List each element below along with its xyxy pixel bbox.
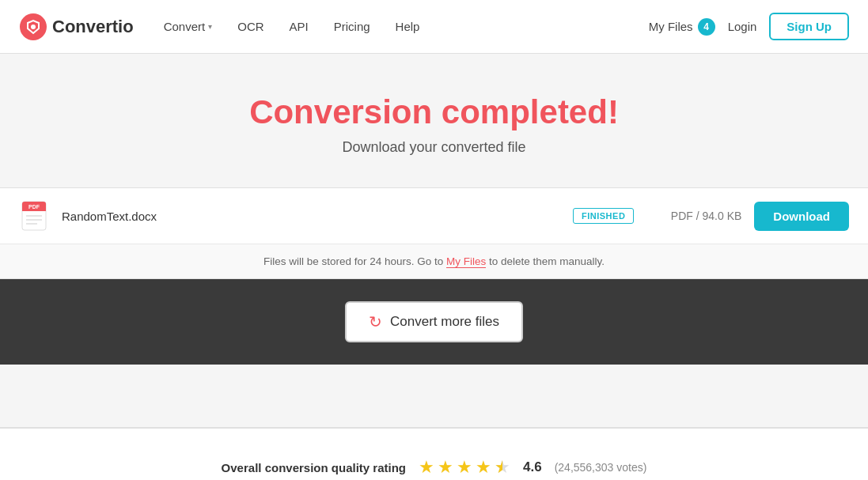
logo-icon — [19, 13, 47, 41]
storage-notice: Files will be stored for 24 hours. Go to… — [0, 244, 868, 278]
star-4: ★ — [476, 457, 491, 478]
nav-api[interactable]: API — [279, 13, 320, 40]
my-files-link[interactable]: My Files 4 — [649, 18, 715, 36]
rating-score: 4.6 — [523, 459, 542, 475]
signup-button[interactable]: Sign Up — [769, 13, 849, 40]
refresh-icon: ↻ — [369, 312, 382, 331]
hero-subtitle: Download your converted file — [16, 139, 852, 156]
nav-ocr[interactable]: OCR — [226, 13, 275, 40]
rating-section: Overall conversion quality rating ★ ★ ★ … — [0, 428, 868, 480]
nav-pricing[interactable]: Pricing — [323, 13, 381, 40]
file-name: RandomText.docx — [62, 210, 560, 223]
file-section: PDF RandomText.docx FINISHED PDF / 94.0 … — [0, 188, 868, 279]
stars: ★ ★ ★ ★ ★ ★ — [419, 457, 510, 478]
rating-votes: (24,556,303 votes) — [555, 461, 647, 474]
nav-right: My Files 4 Login Sign Up — [649, 13, 849, 40]
file-size: PDF / 94.0 KB — [646, 210, 741, 222]
convert-chevron-icon: ▾ — [208, 22, 212, 31]
hero-section: Conversion completed! Download your conv… — [0, 54, 868, 188]
logo-text: Convertio — [52, 17, 134, 37]
file-icon: PDF — [19, 201, 49, 231]
logo-link[interactable]: Convertio — [19, 13, 134, 41]
rating-row: Overall conversion quality rating ★ ★ ★ … — [16, 457, 852, 478]
rating-label: Overall conversion quality rating — [222, 461, 406, 474]
file-row: PDF RandomText.docx FINISHED PDF / 94.0 … — [0, 188, 868, 244]
spacer — [0, 365, 868, 428]
status-badge: FINISHED — [573, 208, 634, 224]
download-button[interactable]: Download — [754, 202, 849, 231]
my-files-notice-link[interactable]: My Files — [446, 255, 486, 268]
nav-convert[interactable]: Convert ▾ — [153, 13, 224, 40]
convert-more-section: ↻ Convert more files — [0, 279, 868, 365]
navbar: Convertio Convert ▾ OCR API Pricing Help… — [0, 0, 868, 54]
nav-links: Convert ▾ OCR API Pricing Help — [153, 13, 649, 40]
convert-more-button[interactable]: ↻ Convert more files — [345, 301, 523, 342]
login-link[interactable]: Login — [728, 20, 757, 33]
my-files-badge: 4 — [698, 18, 715, 36]
star-1: ★ — [419, 457, 434, 478]
star-2: ★ — [438, 457, 453, 478]
star-5: ★ ★ — [495, 457, 510, 478]
svg-point-1 — [31, 25, 36, 29]
svg-text:PDF: PDF — [28, 204, 40, 210]
hero-title: Conversion completed! — [16, 93, 852, 131]
star-3: ★ — [457, 457, 472, 478]
nav-help[interactable]: Help — [385, 13, 431, 40]
